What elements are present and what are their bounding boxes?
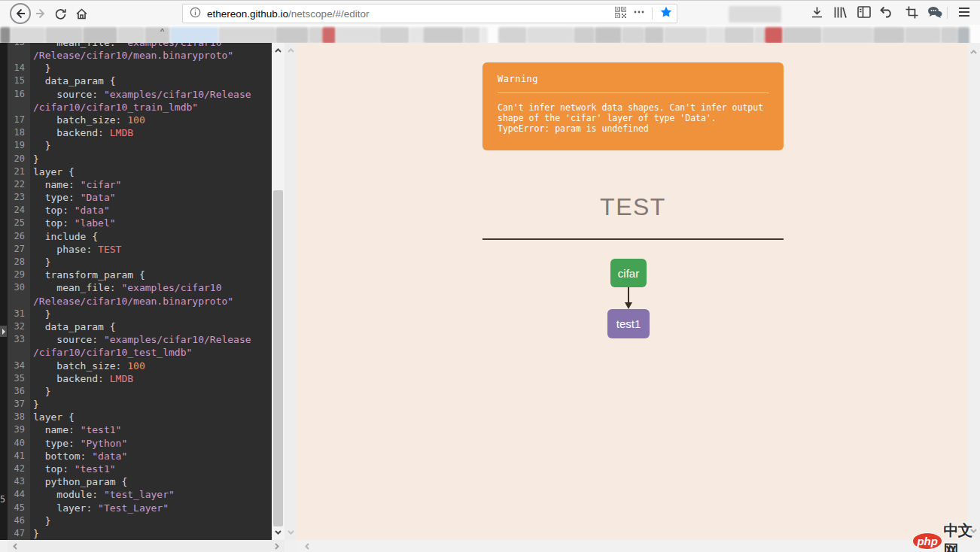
edge-line xyxy=(628,287,629,302)
scroll-right-button[interactable] xyxy=(271,540,283,552)
menu-button[interactable] xyxy=(953,3,975,24)
library-button[interactable] xyxy=(829,3,851,24)
home-icon xyxy=(75,8,88,20)
line-number: 22 xyxy=(8,178,30,191)
editor-horizontal-scrollbar[interactable] xyxy=(8,540,285,552)
redacted-bookmark-block xyxy=(644,27,664,44)
code-text: data_param { xyxy=(30,320,116,333)
scroll-up-button[interactable] xyxy=(967,46,980,58)
redacted-bookmark-block xyxy=(379,27,409,44)
code-text: python_param { xyxy=(30,475,127,488)
stray-caret-glyph: ^ xyxy=(160,27,164,36)
code-text: } xyxy=(30,153,39,165)
line-number: 43 xyxy=(8,475,30,488)
warning-message-line: Can't infer network data shapes. Can't i… xyxy=(498,102,768,113)
code-line: 32 data_param { xyxy=(8,320,272,333)
code-line: 38layer { xyxy=(8,411,272,423)
redacted-bookmark-block xyxy=(0,27,11,44)
page-info-icon[interactable] xyxy=(190,7,201,21)
scroll-down-button[interactable] xyxy=(285,526,297,538)
redacted-bookmark-block xyxy=(218,27,275,44)
arrowhead-icon xyxy=(625,302,632,309)
panel-horizontal-scrollbar[interactable] xyxy=(297,540,980,552)
undo-button[interactable] xyxy=(875,3,898,24)
code-text: /cifar10/cifar10_train_lmdb" xyxy=(30,101,198,114)
forward-button[interactable] xyxy=(30,3,51,24)
browser-toolbar: ethereon.github.io/netscope/#/editor xyxy=(0,0,980,25)
scroll-up-button[interactable] xyxy=(285,44,297,56)
warning-title: Warning xyxy=(498,74,768,84)
line-number: 44 xyxy=(8,488,30,501)
scroll-left-button[interactable] xyxy=(301,540,313,552)
redacted-bookmark-block xyxy=(754,27,765,44)
redacted-bookmark-block xyxy=(170,27,218,44)
code-line: 33 source: "examples/cifar10/Release xyxy=(8,333,272,346)
redacted-bookmark-block xyxy=(765,27,783,44)
code-text: source: "examples/cifar10/Release xyxy=(30,333,251,346)
graph-node-test1[interactable]: test1 xyxy=(607,309,650,338)
code-text: } xyxy=(30,398,39,411)
warning-divider xyxy=(498,93,768,93)
sidebar-button[interactable] xyxy=(853,3,875,24)
line-number: 18 xyxy=(8,126,30,139)
code-text: } xyxy=(30,256,50,268)
line-number: 26 xyxy=(8,230,30,243)
redacted-bookmark-block xyxy=(664,27,708,44)
code-line: 21layer { xyxy=(8,165,272,178)
php-chinese-site-watermark: php 中文网 xyxy=(912,531,980,550)
library-icon xyxy=(833,6,847,22)
redacted-bookmark-block xyxy=(83,27,117,44)
line-number: 32 xyxy=(8,320,30,333)
code-line: 24 top: "data" xyxy=(8,204,272,217)
address-bar[interactable]: ethereon.github.io/netscope/#/editor xyxy=(182,4,677,23)
url-path: /netscope/#/editor xyxy=(288,8,369,20)
line-number: 33 xyxy=(8,333,30,346)
code-line: 23 type: "Data" xyxy=(8,191,272,204)
split-pane-scrollbar[interactable] xyxy=(285,43,297,540)
node-label: cifar xyxy=(618,267,639,280)
scroll-down-button[interactable] xyxy=(272,526,285,538)
qr-code-icon[interactable] xyxy=(615,7,626,21)
panel-expand-handle[interactable] xyxy=(0,326,7,337)
redacted-bookmark-block xyxy=(11,27,45,44)
code-text: layer { xyxy=(30,165,75,178)
scrollbar-thumb[interactable] xyxy=(273,190,283,526)
line-number: 27 xyxy=(8,243,30,256)
reload-button[interactable] xyxy=(50,3,71,24)
redacted-bookmark-block xyxy=(336,27,379,44)
page-actions-dots-icon[interactable] xyxy=(634,7,644,20)
scroll-left-button[interactable] xyxy=(9,540,21,552)
line-number: 14 xyxy=(8,62,30,74)
code-line: 45 layer: "Test_Layer" xyxy=(8,502,272,514)
code-line: 34 batch_size: 100 xyxy=(8,359,272,372)
redacted-bookmark-block xyxy=(822,27,873,44)
code-line: 19 } xyxy=(8,139,272,152)
prototxt-code-editor[interactable]: 13 mean_file: "examples/cifar10/Release/… xyxy=(8,43,272,540)
warning-message-line: TypeError: param is undefined xyxy=(498,123,768,134)
download-button[interactable] xyxy=(805,3,828,24)
line-number: 29 xyxy=(8,268,30,281)
line-number: 45 xyxy=(8,502,30,514)
line-number: 23 xyxy=(8,191,30,204)
line-number: 34 xyxy=(8,359,30,372)
line-number: 38 xyxy=(8,411,30,423)
code-line: 31 } xyxy=(8,308,272,320)
line-number: 20 xyxy=(8,153,30,165)
code-line: 22 name: "cifar" xyxy=(8,178,272,191)
line-number: 21 xyxy=(8,165,30,178)
chat-bubble-icon xyxy=(927,6,942,22)
crop-button[interactable] xyxy=(900,3,923,24)
bookmark-star-icon[interactable] xyxy=(660,6,672,21)
scroll-up-button[interactable] xyxy=(272,44,285,56)
back-button[interactable] xyxy=(10,3,31,24)
redacted-bookmark-block xyxy=(724,27,754,44)
code-text: top: "test1" xyxy=(30,463,116,475)
redacted-bookmark-block xyxy=(275,27,309,44)
chat-button[interactable] xyxy=(924,3,946,24)
graph-node-cifar[interactable]: cifar xyxy=(610,259,647,287)
page-vertical-scrollbar[interactable] xyxy=(967,43,980,540)
code-line: 14 } xyxy=(8,62,272,74)
home-button[interactable] xyxy=(71,3,92,24)
editor-vertical-scrollbar[interactable] xyxy=(272,43,285,540)
code-line: /cifar10/cifar10_test_lmdb" xyxy=(8,346,272,359)
